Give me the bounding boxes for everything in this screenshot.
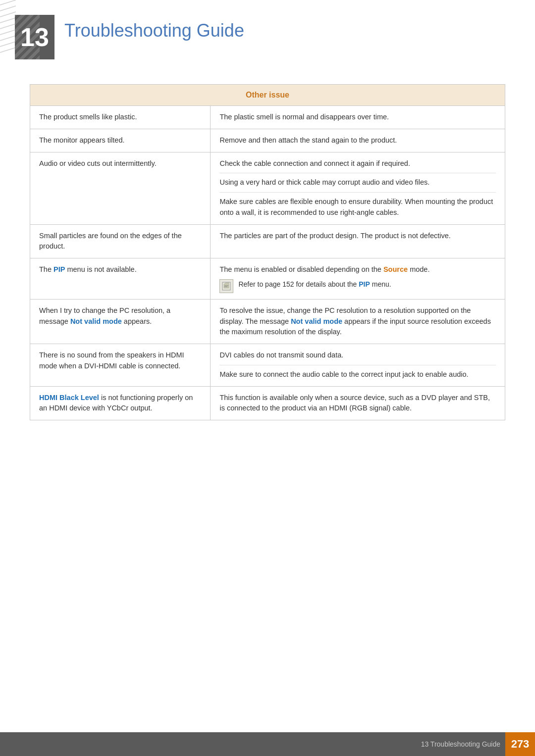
note-highlight: PIP: [359, 280, 370, 288]
chapter-block: 13 Troubleshooting Guide: [15, 15, 244, 59]
solution-entry: Make sure to connect the audio cable to …: [219, 369, 496, 380]
issue-text: There is no sound from the speakers in H…: [39, 351, 184, 370]
note-row: Refer to page 152 for details about the …: [219, 279, 496, 293]
solution-text: mode.: [408, 265, 429, 273]
issue-cell: HDMI Black Level is not functioning prop…: [30, 386, 211, 420]
note-icon: [219, 279, 233, 293]
solution-text: Make sure cables are flexible enough to …: [219, 198, 493, 216]
table-header: Other issue: [30, 85, 505, 106]
solution-highlight: Not valid mode: [291, 317, 342, 325]
note-plain: menu.: [370, 280, 391, 288]
divider: [219, 365, 496, 365]
solution-cell: Remove and then attach the stand again t…: [211, 129, 505, 152]
solution-cell: The menu is enabled or disabled dependin…: [211, 258, 505, 300]
issue-text-plain: menu is not available.: [65, 265, 136, 273]
page-footer: 13 Troubleshooting Guide 273: [0, 732, 535, 756]
footer-text: 13 Troubleshooting Guide: [421, 740, 500, 748]
solution-entry: DVI cables do not transmit sound data.: [219, 350, 496, 361]
issue-text: The product smells like plastic.: [39, 113, 137, 121]
divider: [219, 192, 496, 193]
note-plain: Refer to page 152 for details about the: [238, 280, 359, 288]
solution-text: This function is available only when a s…: [219, 394, 490, 412]
table-row: HDMI Black Level is not functioning prop…: [30, 386, 505, 420]
table-row: The product smells like plastic. The pla…: [30, 106, 505, 129]
issue-text: Audio or video cuts out intermittently.: [39, 159, 157, 167]
solution-cell: DVI cables do not transmit sound data. M…: [211, 344, 505, 387]
solution-text: Check the cable connection and connect i…: [219, 159, 410, 167]
main-content: Other issue The product smells like plas…: [0, 69, 535, 435]
issue-cell: There is no sound from the speakers in H…: [30, 344, 211, 387]
page-number: 273: [505, 732, 535, 756]
table-row: Audio or video cuts out intermittently. …: [30, 152, 505, 224]
table-row: Small particles are found on the edges o…: [30, 224, 505, 258]
solution-text: DVI cables do not transmit sound data.: [219, 351, 343, 359]
divider: [219, 173, 496, 173]
chapter-title: Troubleshooting Guide: [64, 20, 244, 41]
chapter-number-box: 13: [15, 15, 54, 59]
solution-text: The menu is enabled or disabled dependin…: [219, 265, 383, 273]
chapter-number: 13: [20, 24, 49, 50]
table-row: The PIP menu is not available. The menu …: [30, 258, 505, 300]
issue-table: Other issue The product smells like plas…: [30, 84, 505, 420]
issue-cell: The product smells like plastic.: [30, 106, 211, 129]
issue-highlight: PIP: [54, 265, 65, 273]
issue-text: Small particles are found on the edges o…: [39, 232, 182, 251]
table-row: The monitor appears tilted. Remove and t…: [30, 129, 505, 152]
issue-highlight: Not valid mode: [70, 317, 122, 325]
issue-cell: The monitor appears tilted.: [30, 129, 211, 152]
solution-cell: The particles are part of the product de…: [211, 224, 505, 258]
solution-cell: To resolve the issue, change the PC reso…: [211, 299, 505, 344]
issue-cell: The PIP menu is not available.: [30, 258, 211, 300]
issue-text-plain: The: [39, 265, 54, 273]
solution-cell: The plastic smell is normal and disappea…: [211, 106, 505, 129]
issue-text-plain: appears.: [122, 317, 152, 325]
solution-cell: This function is available only when a s…: [211, 386, 505, 420]
solution-text: Remove and then attach the stand again t…: [219, 136, 397, 144]
table-row: There is no sound from the speakers in H…: [30, 344, 505, 387]
solution-highlight: Source: [383, 265, 408, 273]
issue-cell: When I try to change the PC resolution, …: [30, 299, 211, 344]
solution-entry: Make sure cables are flexible enough to …: [219, 197, 496, 218]
solution-entry: Using a very hard or thick cable may cor…: [219, 177, 496, 188]
issue-cell: Small particles are found on the edges o…: [30, 224, 211, 258]
page-header: 13 Troubleshooting Guide: [0, 0, 535, 69]
issue-cell: Audio or video cuts out intermittently.: [30, 152, 211, 224]
solution-text: Make sure to connect the audio cable to …: [219, 370, 468, 378]
solution-entry: Check the cable connection and connect i…: [219, 158, 496, 169]
solution-text: The plastic smell is normal and disappea…: [219, 113, 389, 121]
issue-highlight: HDMI Black Level: [39, 394, 99, 402]
solution-entry: The menu is enabled or disabled dependin…: [219, 264, 496, 275]
solution-text: Using a very hard or thick cable may cor…: [219, 178, 429, 186]
solution-text: The particles are part of the product de…: [219, 232, 450, 240]
table-row: When I try to change the PC resolution, …: [30, 299, 505, 344]
issue-text: The monitor appears tilted.: [39, 136, 124, 144]
solution-cell: Check the cable connection and connect i…: [211, 152, 505, 224]
note-text: Refer to page 152 for details about the …: [238, 279, 391, 290]
